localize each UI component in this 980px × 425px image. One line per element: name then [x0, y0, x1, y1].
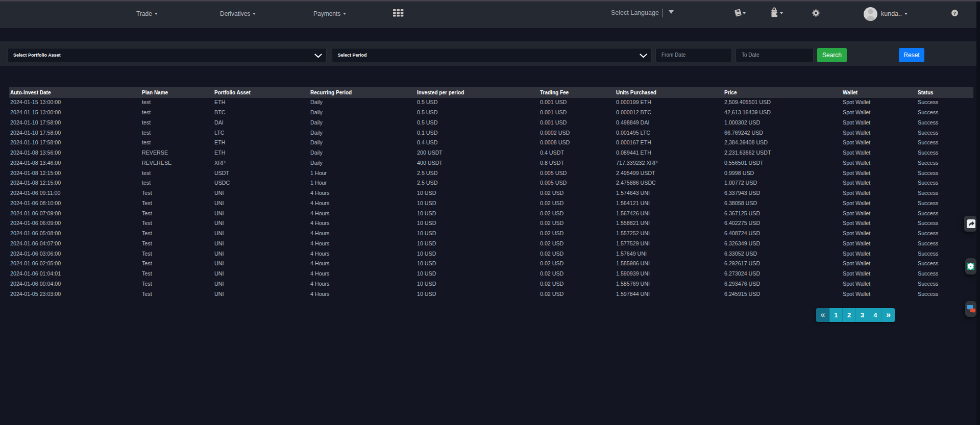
svg-text:?: ? — [953, 11, 956, 16]
